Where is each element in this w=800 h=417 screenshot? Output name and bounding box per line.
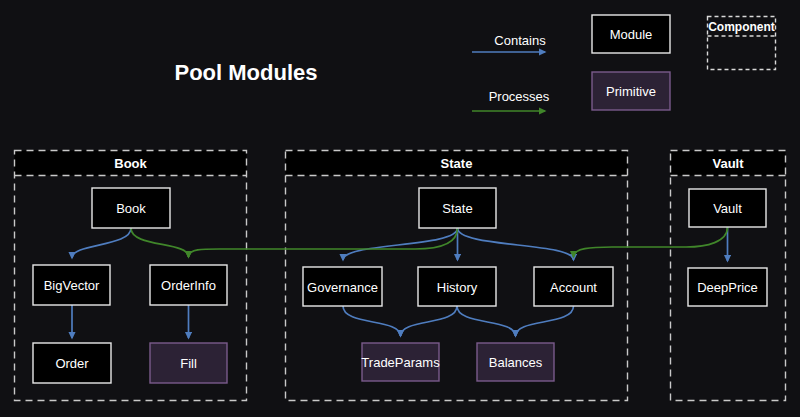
legend-processes-label: Processes: [489, 89, 550, 104]
edge-history-balances: [457, 306, 516, 336]
edge-governance-tradeparams: [343, 306, 401, 336]
node-order: Order: [33, 343, 111, 383]
node-vault: Vault: [689, 189, 766, 227]
edge-account-balances: [516, 306, 574, 336]
node-account: Account: [534, 267, 613, 306]
group-state-label: State: [441, 156, 473, 171]
node-book: Book: [92, 188, 170, 228]
node-vault-label: Vault: [713, 201, 742, 216]
node-fill-label: Fill: [180, 356, 197, 371]
edge-state-account: [458, 228, 574, 260]
edge-vault-account: [574, 227, 728, 257]
legend-module-label: Module: [610, 27, 653, 42]
node-orderinfo: OrderInfo: [150, 265, 227, 305]
legend-primitive-label: Primitive: [606, 84, 656, 99]
page-title: Pool Modules: [175, 60, 318, 85]
legend-contains-label: Contains: [494, 33, 546, 48]
node-history-label: History: [437, 280, 478, 295]
edge-book-bigvector: [72, 228, 131, 258]
node-deepprice-label: DeepPrice: [697, 280, 758, 295]
node-governance: Governance: [303, 267, 382, 306]
node-fill: Fill: [150, 343, 227, 383]
node-history: History: [418, 267, 496, 306]
edge-state-governance: [343, 228, 458, 260]
group-vault-label: Vault: [712, 156, 744, 171]
legend: Contains Processes Module Primitive Comp…: [472, 15, 776, 111]
node-balances-label: Balances: [489, 355, 543, 370]
node-account-label: Account: [550, 280, 597, 295]
node-book-label: Book: [116, 201, 146, 216]
edge-history-tradeparams: [401, 306, 458, 336]
legend-component-label: Component: [708, 20, 775, 34]
node-tradeparams-label: TradeParams: [361, 355, 440, 370]
group-book-label: Book: [114, 156, 147, 171]
node-governance-label: Governance: [307, 280, 378, 295]
node-bigvector: BigVector: [33, 265, 110, 305]
pool-modules-diagram: Pool Modules Contains Processes Module P…: [0, 0, 800, 417]
node-bigvector-label: BigVector: [44, 278, 100, 293]
node-order-label: Order: [55, 356, 89, 371]
node-orderinfo-label: OrderInfo: [161, 278, 216, 293]
node-state: State: [419, 188, 496, 228]
node-deepprice: DeepPrice: [688, 268, 767, 306]
node-tradeparams: TradeParams: [361, 343, 440, 381]
node-balances: Balances: [477, 343, 554, 381]
diagram-canvas: Pool Modules Contains Processes Module P…: [0, 0, 800, 417]
edge-book-orderinfo: [131, 228, 189, 257]
node-state-label: State: [442, 201, 472, 216]
